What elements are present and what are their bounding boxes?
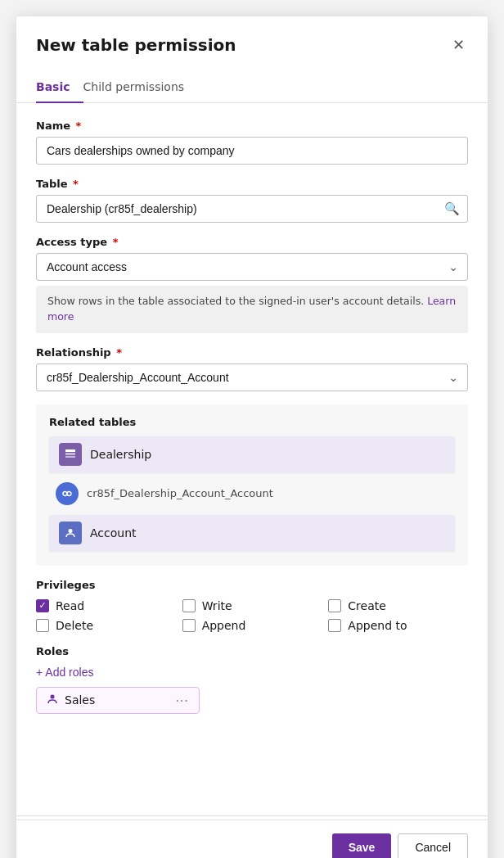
role-tag-inner: Sales (47, 693, 95, 707)
access-type-field-group: Access type * Account access Global acce… (36, 236, 468, 333)
role-icon (47, 693, 58, 707)
name-field-group: Name * (36, 120, 468, 165)
write-label: Write (202, 599, 232, 612)
name-required-indicator: * (72, 120, 81, 132)
relationship-required-indicator: * (113, 346, 122, 359)
dialog-header: New table permission ✕ (16, 16, 488, 57)
link-icon (56, 482, 79, 505)
role-more-options-icon[interactable]: ⋯ (175, 693, 189, 708)
relationship-select[interactable]: cr85f_Dealership_Account_Account (36, 364, 468, 391)
delete-label: Delete (56, 619, 93, 632)
svg-point-6 (69, 529, 73, 533)
privilege-append: Append (182, 619, 322, 632)
write-checkbox[interactable] (182, 599, 196, 612)
read-label: Read (56, 599, 84, 612)
table-search-wrap: 🔍 (36, 195, 468, 223)
add-roles-label: + Add roles (36, 666, 93, 679)
svg-point-4 (67, 491, 71, 495)
relationship-label: Relationship * (36, 346, 468, 359)
access-type-select[interactable]: Account access Global access Contact acc… (36, 253, 468, 281)
access-type-select-wrap: Account access Global access Contact acc… (36, 253, 468, 281)
account-table-icon (59, 522, 82, 544)
access-type-required-indicator: * (109, 236, 118, 248)
delete-checkbox[interactable] (36, 619, 49, 632)
dealership-label: Dealership (90, 448, 151, 461)
privileges-title: Privileges (36, 579, 468, 591)
privilege-create: Create (328, 599, 468, 612)
cancel-button[interactable]: Cancel (398, 833, 468, 858)
related-table-link: cr85f_Dealership_Account_Account (49, 476, 455, 512)
name-input[interactable] (36, 137, 468, 165)
new-table-permission-dialog: New table permission ✕ Basic Child permi… (16, 16, 488, 858)
related-table-account: Account (49, 515, 455, 551)
privileges-grid: Read Write Create Delete (36, 599, 468, 632)
read-checkbox[interactable] (36, 599, 49, 612)
roles-title: Roles (36, 645, 468, 657)
access-type-label: Access type * (36, 236, 468, 248)
table-input[interactable] (36, 195, 468, 223)
tab-child-permissions[interactable]: Child permissions (83, 74, 198, 103)
add-roles-button[interactable]: + Add roles (36, 666, 468, 679)
append-to-checkbox[interactable] (328, 619, 341, 632)
related-table-dealership: Dealership (49, 436, 455, 472)
table-label: Table * (36, 178, 468, 190)
dialog-title: New table permission (36, 35, 236, 55)
create-checkbox[interactable] (328, 599, 341, 612)
related-tables-title: Related tables (49, 416, 455, 428)
close-icon: ✕ (452, 36, 465, 54)
svg-rect-2 (65, 456, 75, 458)
relationship-select-wrap: cr85f_Dealership_Account_Account ⌄ (36, 364, 468, 391)
role-label: Sales (65, 693, 95, 707)
close-button[interactable]: ✕ (449, 33, 468, 57)
svg-rect-1 (65, 453, 75, 454)
create-label: Create (348, 599, 386, 612)
account-label: Account (90, 526, 137, 540)
privilege-append-to: Append to (328, 619, 468, 632)
dialog-footer: Save Cancel (16, 820, 488, 858)
privilege-read: Read (36, 599, 176, 612)
save-button[interactable]: Save (332, 833, 392, 858)
relationship-field-group: Relationship * cr85f_Dealership_Account_… (36, 346, 468, 391)
svg-point-7 (51, 694, 55, 698)
tab-bar: Basic Child permissions (16, 64, 488, 103)
role-tag-sales: Sales ⋯ (36, 687, 200, 714)
append-label: Append (202, 619, 246, 632)
link-label: cr85f_Dealership_Account_Account (87, 487, 273, 499)
privilege-write: Write (182, 599, 322, 612)
tab-basic[interactable]: Basic (36, 74, 83, 103)
name-label: Name * (36, 120, 468, 132)
table-required-indicator: * (70, 178, 79, 190)
privileges-section: Privileges Read Write Create (36, 579, 468, 632)
privilege-delete: Delete (36, 619, 176, 632)
footer-divider (16, 815, 488, 816)
form-body: Name * Table * 🔍 Access type * Account a… (16, 103, 488, 812)
dealership-table-icon (59, 443, 82, 466)
related-tables-section: Related tables Dealership cr85f_Dealersh… (36, 404, 468, 566)
roles-section: Roles + Add roles Sales ⋯ (36, 645, 468, 714)
append-checkbox[interactable] (182, 619, 196, 632)
access-type-info-box: Show rows in the table associated to the… (36, 286, 468, 333)
table-field-group: Table * 🔍 (36, 178, 468, 223)
append-to-label: Append to (348, 619, 407, 632)
svg-rect-0 (65, 449, 75, 452)
